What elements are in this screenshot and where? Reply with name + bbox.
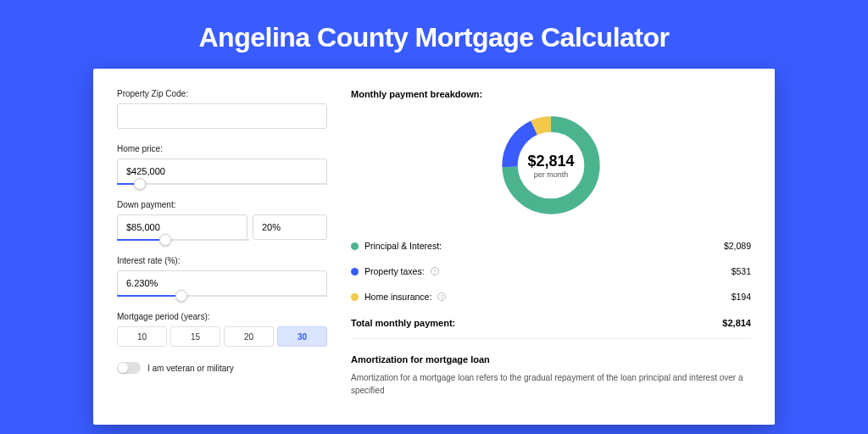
- down-payment-slider-thumb[interactable]: [159, 234, 171, 246]
- legend-value: $2,089: [724, 241, 751, 251]
- legend-row: Principal & Interest:$2,089: [351, 233, 751, 259]
- page-title: Angelina County Mortgage Calculator: [0, 0, 868, 69]
- home-price-label: Home price:: [117, 144, 327, 153]
- legend-row: Home insurance:?$194: [351, 284, 751, 309]
- interest-rate-label: Interest rate (%):: [117, 256, 327, 265]
- down-payment-label: Down payment:: [117, 200, 327, 209]
- calculator-card: Property Zip Code: Home price: Down paym…: [93, 69, 775, 425]
- down-payment-slider[interactable]: [117, 239, 249, 241]
- donut-sub-label: per month: [534, 170, 569, 179]
- legend-label: Home insurance:: [364, 292, 431, 302]
- home-price-slider[interactable]: [117, 183, 327, 185]
- legend-dot-icon: [351, 242, 359, 250]
- donut-chart-wrap: $2,814 per month: [351, 108, 751, 233]
- divider: [351, 338, 751, 339]
- veteran-label: I am veteran or military: [147, 364, 234, 373]
- zip-field-group: Property Zip Code:: [117, 89, 327, 129]
- mortgage-period-label: Mortgage period (years):: [117, 312, 327, 321]
- legend-label: Principal & Interest:: [364, 241, 442, 251]
- legend-label: Property taxes:: [364, 266, 425, 276]
- home-price-slider-thumb[interactable]: [134, 178, 146, 190]
- interest-rate-input[interactable]: [117, 270, 327, 296]
- mortgage-period-group: Mortgage period (years): 10152030: [117, 312, 327, 347]
- down-payment-pct-input[interactable]: [253, 214, 327, 240]
- breakdown-column: Monthly payment breakdown: $2,814 per mo…: [351, 89, 751, 425]
- period-btn-15[interactable]: 15: [170, 326, 220, 347]
- down-payment-group: Down payment:: [117, 200, 327, 241]
- legend-value: $194: [732, 292, 751, 302]
- home-price-group: Home price:: [117, 144, 327, 185]
- veteran-toggle[interactable]: [117, 362, 141, 374]
- zip-input[interactable]: [117, 103, 327, 129]
- legend-dot-icon: [351, 293, 359, 301]
- zip-label: Property Zip Code:: [117, 89, 327, 98]
- interest-rate-slider[interactable]: [117, 295, 327, 297]
- down-payment-amount-input[interactable]: [117, 214, 248, 240]
- period-btn-30[interactable]: 30: [277, 326, 327, 347]
- interest-rate-slider-thumb[interactable]: [175, 290, 187, 302]
- legend-dot-icon: [351, 268, 359, 275]
- breakdown-title: Monthly payment breakdown:: [351, 89, 751, 99]
- amortization-title: Amortization for mortgage loan: [351, 354, 751, 364]
- veteran-toggle-row: I am veteran or military: [117, 362, 327, 374]
- home-price-input[interactable]: [117, 159, 327, 184]
- interest-rate-group: Interest rate (%):: [117, 256, 327, 297]
- period-btn-10[interactable]: 10: [117, 326, 167, 347]
- amortization-body: Amortization for a mortgage loan refers …: [351, 371, 751, 397]
- donut-total-amount: $2,814: [527, 153, 574, 170]
- total-row: Total monthly payment: $2,814: [351, 309, 751, 337]
- legend-value: $531: [732, 266, 751, 276]
- info-icon[interactable]: ?: [431, 267, 439, 275]
- total-label: Total monthly payment:: [351, 318, 455, 328]
- form-column: Property Zip Code: Home price: Down paym…: [117, 89, 327, 425]
- legend-row: Property taxes:?$531: [351, 259, 751, 284]
- donut-chart: $2,814 per month: [497, 111, 605, 220]
- period-btn-20[interactable]: 20: [224, 326, 274, 347]
- info-icon[interactable]: ?: [437, 292, 446, 301]
- total-value: $2,814: [722, 318, 751, 328]
